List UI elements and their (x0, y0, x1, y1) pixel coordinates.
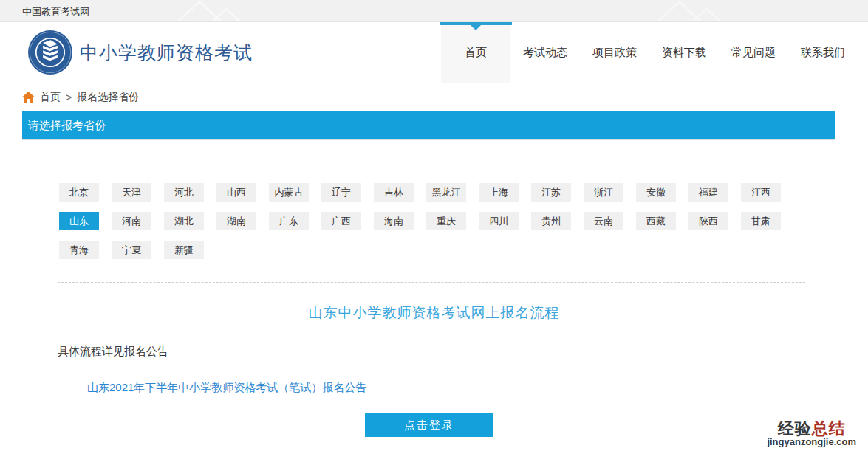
province-button[interactable]: 河南 (112, 212, 151, 230)
province-button[interactable]: 重庆 (426, 212, 466, 230)
province-grid: 北京天津河北山西内蒙古辽宁吉林黑龙江上海江苏浙江安徽福建江西山东河南湖北湖南广东… (0, 183, 868, 259)
province-button[interactable]: 海南 (374, 212, 414, 230)
province-button[interactable]: 安徽 (636, 183, 676, 202)
mountain-decoration (656, 0, 737, 22)
brand[interactable]: 中小学教师资格考试 (28, 30, 253, 75)
nav-item-exam-news[interactable]: 考试动态 (510, 22, 580, 83)
topbar: 中国教育考试网 (0, 0, 868, 22)
province-button[interactable]: 河北 (164, 183, 204, 202)
breadcrumb: 首页 > 报名选择省份 (0, 83, 868, 111)
nav-item-policies[interactable]: 项目政策 (580, 22, 649, 83)
province-button[interactable]: 天津 (112, 183, 151, 202)
province-button[interactable]: 广西 (321, 212, 361, 230)
province-button[interactable]: 甘肃 (741, 212, 781, 230)
province-button[interactable]: 陕西 (688, 212, 728, 230)
province-button[interactable]: 辽宁 (321, 183, 361, 202)
province-button[interactable]: 青海 (59, 241, 99, 259)
home-icon (22, 92, 35, 103)
province-row: 青海宁夏新疆 (59, 241, 868, 259)
nav-item-contact[interactable]: 联系我们 (788, 22, 858, 83)
nav-item-faq[interactable]: 常见问题 (719, 22, 788, 83)
province-button[interactable]: 福建 (688, 183, 728, 202)
province-button[interactable]: 宁夏 (112, 241, 151, 259)
nav-item-downloads[interactable]: 资料下载 (649, 22, 719, 83)
province-select-banner: 请选择报考省份 (22, 111, 835, 139)
site-network-link[interactable]: 中国教育考试网 (22, 5, 89, 18)
province-button-selected[interactable]: 山东 (59, 212, 99, 230)
province-button[interactable]: 广东 (269, 212, 309, 230)
main-nav: 首页考试动态项目政策资料下载常见问题联系我们 (441, 22, 868, 83)
province-button[interactable]: 浙江 (584, 183, 623, 202)
province-button[interactable]: 四川 (479, 212, 519, 230)
mountain-decoration (176, 0, 257, 22)
site-title: 中小学教师资格考试 (80, 41, 253, 65)
site-logo-icon (28, 30, 72, 75)
province-button[interactable]: 贵州 (531, 212, 571, 230)
announcement-link[interactable]: 山东2021年下半年中小学教师资格考试（笔试）报名公告 (87, 381, 366, 395)
watermark: 经验总结 jingyanzongjie.com (767, 420, 856, 447)
province-button[interactable]: 西藏 (636, 212, 676, 230)
dashed-divider (58, 282, 805, 283)
province-button[interactable]: 北京 (59, 183, 99, 202)
province-button[interactable]: 江西 (741, 183, 781, 202)
province-button[interactable]: 内蒙古 (269, 183, 309, 202)
province-button[interactable]: 吉林 (374, 183, 414, 202)
province-row: 山东河南湖北湖南广东广西海南重庆四川贵州云南西藏陕西甘肃 (59, 212, 868, 230)
province-button[interactable]: 湖北 (164, 212, 204, 230)
province-button[interactable]: 江苏 (531, 183, 571, 202)
header: 中小学教师资格考试 首页考试动态项目政策资料下载常见问题联系我们 (0, 22, 868, 83)
nav-item-home[interactable]: 首页 (441, 22, 510, 83)
province-button[interactable]: 黑龙江 (426, 183, 466, 202)
page: 中国教育考试网 中小学教师资格考试 首页考试动态项目政策资料下载常见问题联系我们 (0, 0, 868, 451)
province-button[interactable]: 上海 (479, 183, 519, 202)
province-button[interactable]: 新疆 (164, 241, 204, 259)
flow-note: 具体流程详见报名公告 (58, 345, 868, 359)
banner-title: 请选择报考省份 (28, 119, 106, 131)
breadcrumb-current: 报名选择省份 (77, 91, 139, 104)
flow-heading: 山东中小学教师资格考试网上报名流程 (0, 303, 868, 323)
province-button[interactable]: 云南 (584, 212, 623, 230)
province-row: 北京天津河北山西内蒙古辽宁吉林黑龙江上海江苏浙江安徽福建江西 (59, 183, 868, 202)
login-button[interactable]: 点击登录 (365, 413, 493, 437)
watermark-domain: jingyanzongjie.com (767, 437, 856, 447)
province-button[interactable]: 山西 (216, 183, 256, 202)
breadcrumb-home-link[interactable]: 首页 (40, 91, 61, 104)
breadcrumb-separator: > (66, 92, 72, 103)
watermark-cn: 经验总结 (767, 420, 856, 437)
province-button[interactable]: 湖南 (216, 212, 256, 230)
